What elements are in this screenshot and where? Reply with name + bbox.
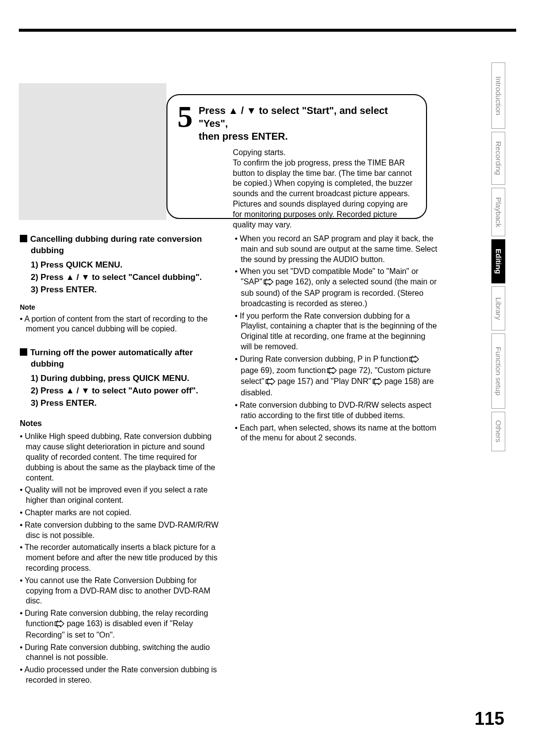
note-item: During Rate conversion dubbing, the rela… [26, 608, 223, 640]
poweroff-step-2: 2) Press ▲ / ▼ to select "Auto power off… [31, 385, 223, 397]
page-ref-arrow-icon [378, 378, 382, 388]
step-number: 5 [177, 101, 193, 132]
note-label: Note [20, 303, 223, 312]
note-item: Each part, when selected, shows its name… [241, 423, 438, 444]
note-item: During Rate conversion dubbing, switchin… [26, 643, 223, 663]
gray-background-block [19, 83, 166, 220]
side-tab-playback[interactable]: Playback [491, 188, 505, 236]
section-cancelling: Cancelling dubbing during rate conversio… [31, 234, 223, 257]
side-tab-function-setup[interactable]: Function setup [491, 333, 505, 409]
section-poweroff: Turning off the power automatically afte… [31, 347, 223, 370]
step-5-box: 5 Press ▲ / ▼ to select "Start", and sel… [166, 94, 427, 219]
page-top-rule [19, 29, 516, 32]
step-title-line2: then press ENTER. [199, 131, 288, 142]
note-item: If you perform the Rate conversion dubbi… [241, 311, 438, 352]
square-bullet-icon [20, 348, 27, 356]
page-ref-arrow-icon [269, 278, 273, 288]
page-ref-arrow-icon [333, 367, 337, 377]
poweroff-step-3: 3) Press ENTER. [31, 398, 223, 409]
note-item: Quality will not be improved even if you… [26, 485, 223, 506]
note-text: page 69), zoom function ( [241, 366, 333, 375]
right-column: When you record an SAP program and play … [235, 234, 438, 445]
page-ref-arrow-icon [271, 378, 275, 388]
note-item: Unlike High speed dubbing, Rate conversi… [26, 432, 223, 483]
step-body: Copying starts. To confirm the job progr… [233, 148, 416, 230]
side-tab-recording[interactable]: Recording [491, 132, 505, 185]
cancel-step-1: 1) Press QUICK MENU. [31, 260, 223, 271]
note-item: You cannot use the Rate Conversion Dubbi… [26, 576, 223, 606]
left-column: Cancelling dubbing during rate conversio… [20, 234, 223, 688]
note-item: When you set "DVD compatible Mode" to "M… [241, 267, 438, 309]
step-title-line1: Press ▲ / ▼ to select "Start", and selec… [199, 105, 388, 129]
note-text: page 157) and "Play DNR" ( [275, 377, 378, 385]
page-number: 115 [475, 707, 504, 731]
note-text: During Rate conversion dubbing, P in P f… [240, 355, 415, 363]
poweroff-step-1: 1) During dubbing, press QUICK MENU. [31, 373, 223, 384]
side-tab-others[interactable]: Others [491, 412, 505, 451]
side-tab-introduction[interactable]: Introduction [491, 62, 505, 129]
note-item: Audio processed under the Rate conversio… [26, 665, 223, 686]
side-tab-editing[interactable]: Editing [491, 239, 505, 283]
side-tab-library[interactable]: Library [491, 286, 505, 330]
section-poweroff-title: Turning off the power automatically afte… [30, 348, 193, 369]
side-tabs: IntroductionRecordingPlaybackEditingLibr… [491, 62, 516, 454]
page-ref-arrow-icon [415, 355, 419, 366]
note-item: Rate conversion dubbing to DVD-R/RW sele… [241, 400, 438, 421]
cancel-step-2: 2) Press ▲ / ▼ to select "Cancel dubbing… [31, 272, 223, 283]
note-item: During Rate conversion dubbing, P in P f… [241, 354, 438, 398]
step-title: Press ▲ / ▼ to select "Start", and selec… [199, 104, 416, 143]
note-item: When you record an SAP program and play … [241, 234, 438, 265]
note-item: The recorder automatically inserts a bla… [26, 542, 223, 573]
section-cancelling-title: Cancelling dubbing during rate conversio… [30, 234, 202, 255]
note-item: Rate conversion dubbing to the same DVD-… [26, 520, 223, 541]
cancel-note: A portion of content from the start of r… [26, 314, 223, 335]
square-bullet-icon [20, 235, 27, 242]
cancel-step-3: 3) Press ENTER. [31, 284, 223, 296]
note-item: Chapter marks are not copied. [26, 508, 223, 518]
notes-label: Notes [20, 418, 223, 429]
